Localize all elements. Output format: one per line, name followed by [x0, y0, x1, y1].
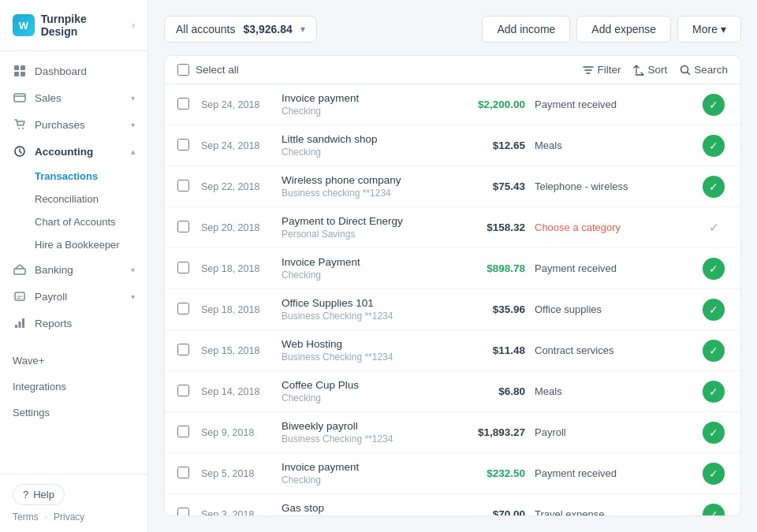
row-checkbox-input[interactable] — [177, 385, 189, 396]
sidebar-item-label: Sales — [35, 92, 62, 104]
row-name[interactable]: Coffee Cup Plus — [282, 379, 437, 391]
row-name[interactable]: Invoice payment — [282, 461, 437, 473]
bottom-links: Terms · Privacy — [13, 512, 135, 523]
row-date: Sep 24, 2018 — [201, 99, 272, 110]
sidebar-logo[interactable]: W Turnpike Design › — [0, 0, 147, 51]
row-account: Personal Savings — [282, 229, 437, 240]
row-name[interactable]: Wireless phone company — [282, 174, 437, 186]
row-description: Invoice Payment Checking — [282, 256, 437, 281]
sidebar-item-hire-bookkeeper[interactable]: Hire a Bookkeeper — [35, 233, 147, 256]
sidebar-sub-label: Transactions — [35, 170, 98, 182]
app-title: Turnpike Design — [41, 13, 125, 38]
more-button[interactable]: More ▾ — [677, 16, 741, 43]
svg-rect-2 — [14, 72, 19, 76]
row-name[interactable]: Payment to Direct Energy — [282, 215, 437, 227]
row-checkbox-input[interactable] — [177, 98, 189, 110]
privacy-link[interactable]: Privacy — [54, 512, 84, 523]
select-all-label[interactable]: Select all — [177, 64, 239, 76]
row-category[interactable]: Choose a category — [535, 221, 690, 233]
row-checkbox[interactable] — [177, 385, 192, 399]
search-icon — [680, 65, 691, 76]
row-account: Checking — [282, 270, 437, 281]
account-selector[interactable]: All accounts $3,926.84 ▾ — [164, 16, 317, 43]
row-amount: $2,200.00 — [446, 99, 525, 110]
sidebar-item-wave-plus[interactable]: Wave+ — [13, 349, 135, 372]
row-category: Payment received — [535, 262, 690, 274]
row-checkbox-input[interactable] — [177, 426, 189, 437]
row-name[interactable]: Invoice Payment — [282, 256, 437, 268]
add-income-button[interactable]: Add income — [482, 16, 570, 43]
select-all-text: Select all — [196, 64, 239, 76]
transactions-table: Select all Filter Sort Search — [164, 55, 741, 516]
sidebar-item-integrations[interactable]: Integrations — [13, 375, 135, 398]
accounting-submenu: Transactions Reconciliation Chart of Acc… — [0, 165, 147, 256]
sidebar-item-settings[interactable]: Settings — [13, 401, 135, 424]
add-expense-button[interactable]: Add expense — [576, 16, 671, 43]
sidebar-item-purchases[interactable]: Purchases ▾ — [0, 111, 147, 138]
row-amount: $1,893.27 — [446, 426, 525, 438]
row-checkbox[interactable] — [177, 139, 192, 153]
row-checkbox[interactable] — [177, 344, 192, 358]
sort-button[interactable]: Sort — [633, 64, 667, 76]
filter-label: Filter — [597, 64, 621, 76]
row-name[interactable]: Invoice payment — [282, 92, 437, 104]
row-name[interactable]: Little sandwich shop — [282, 133, 437, 145]
row-name[interactable]: Office Supplies 101 — [282, 297, 437, 309]
row-name[interactable]: Biweekly payroll — [282, 420, 437, 432]
row-checkbox-input[interactable] — [177, 262, 189, 273]
accounting-icon — [13, 145, 27, 158]
row-checkbox-input[interactable] — [177, 344, 189, 355]
row-checkbox-input[interactable] — [177, 508, 189, 517]
sidebar-item-reconciliation[interactable]: Reconciliation — [35, 188, 147, 210]
row-date: Sep 22, 2018 — [201, 181, 272, 192]
sort-label: Sort — [647, 64, 667, 76]
row-checkbox[interactable] — [177, 508, 192, 517]
terms-link[interactable]: Terms — [13, 512, 39, 523]
help-button[interactable]: ? Help — [13, 484, 65, 505]
row-date: Sep 20, 2018 — [201, 222, 272, 233]
row-checkbox[interactable] — [177, 426, 192, 440]
sidebar-item-sales[interactable]: Sales ▾ — [0, 84, 147, 111]
chevron-down-icon: ▾ — [131, 94, 135, 102]
sidebar-item-transactions[interactable]: Transactions — [35, 165, 147, 188]
sidebar-item-reports[interactable]: Reports — [0, 310, 147, 337]
sidebar-item-dashboard[interactable]: Dashboard — [0, 58, 147, 84]
select-all-checkbox[interactable] — [177, 64, 189, 76]
table-row: Sep 20, 2018 Payment to Direct Energy Pe… — [165, 207, 740, 248]
filter-button[interactable]: Filter — [583, 64, 621, 76]
status-check-icon: ✓ — [703, 340, 725, 362]
row-checkbox-input[interactable] — [177, 221, 189, 233]
row-date: Sep 3, 2018 — [201, 509, 272, 517]
row-checkbox-input[interactable] — [177, 303, 189, 314]
row-amount: $6.80 — [446, 385, 525, 397]
row-checkbox[interactable] — [177, 303, 192, 317]
sidebar-item-payroll[interactable]: Payroll ▾ — [0, 283, 147, 310]
row-checkbox[interactable] — [177, 180, 192, 194]
row-category: Meals — [535, 140, 690, 151]
row-name[interactable]: Web Hosting — [282, 338, 437, 350]
row-checkbox-input[interactable] — [177, 467, 189, 478]
sidebar-chevron-icon: › — [132, 20, 135, 31]
table-row: Sep 5, 2018 Invoice payment Checking $23… — [165, 453, 740, 494]
table-row: Sep 24, 2018 Invoice payment Checking $2… — [165, 84, 740, 125]
row-checkbox[interactable] — [177, 467, 192, 481]
row-checkbox[interactable] — [177, 98, 192, 112]
row-category: Payment received — [535, 99, 690, 110]
row-account: Business Checking **1234 — [282, 433, 437, 445]
row-category: Meals — [535, 385, 690, 397]
row-date: Sep 18, 2018 — [201, 263, 272, 274]
sidebar-item-banking[interactable]: Banking ▾ — [0, 256, 147, 283]
sidebar-item-chart-of-accounts[interactable]: Chart of Accounts — [35, 210, 147, 233]
row-status: ✓ — [699, 258, 728, 280]
sales-icon — [13, 91, 27, 104]
row-name[interactable]: Gas stop — [282, 502, 437, 514]
sidebar-item-accounting[interactable]: Accounting ▴ — [0, 138, 147, 165]
row-checkbox[interactable] — [177, 262, 192, 276]
row-checkbox-input[interactable] — [177, 180, 189, 192]
row-checkbox[interactable] — [177, 221, 192, 235]
dropdown-chevron-icon: ▾ — [300, 24, 305, 35]
row-category: Payment received — [535, 467, 690, 479]
search-button[interactable]: Search — [680, 64, 728, 76]
row-account: Checking — [282, 515, 437, 516]
row-checkbox-input[interactable] — [177, 139, 189, 151]
